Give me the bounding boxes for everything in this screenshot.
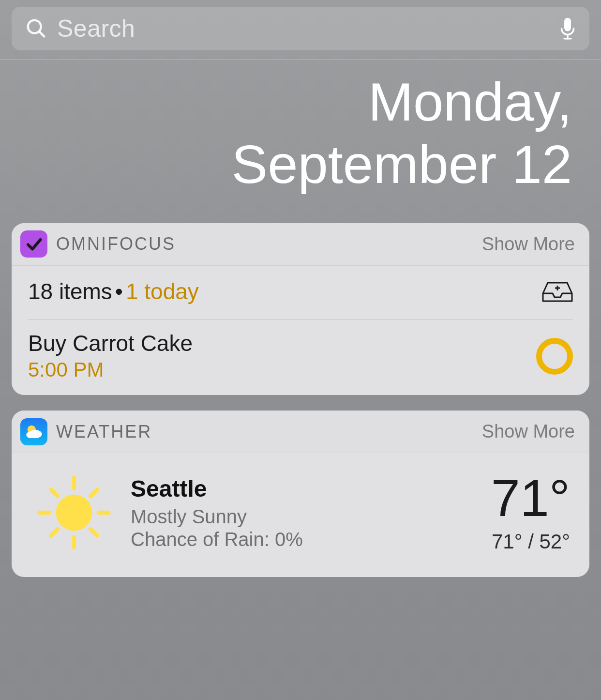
search-container: Search [0, 0, 601, 60]
omnifocus-widget: OMNIFOCUS Show More 18 items • 1 today [12, 223, 589, 396]
omnifocus-task-row[interactable]: Buy Carrot Cake 5:00 PM [28, 320, 573, 382]
weather-temperatures: 71° 71° / 52° [491, 472, 570, 553]
weather-condition: Mostly Sunny [131, 506, 491, 528]
omnifocus-items-count: 18 items [28, 278, 112, 304]
svg-line-1 [39, 31, 45, 37]
sun-icon [23, 472, 125, 554]
omnifocus-task-title: Buy Carrot Cake [28, 331, 536, 356]
omnifocus-today-count: 1 today [126, 278, 199, 304]
omnifocus-body: 18 items • 1 today Buy Carrot Cake 5:00 … [12, 266, 589, 396]
omnifocus-header[interactable]: OMNIFOCUS Show More [12, 223, 589, 266]
task-completion-ring[interactable] [536, 338, 573, 375]
weather-text: Seattle Mostly Sunny Chance of Rain: 0% [131, 475, 491, 550]
weather-header[interactable]: WEATHER Show More [12, 411, 589, 453]
date-line-1: Monday, [0, 71, 572, 134]
weather-temp-now: 71° [491, 472, 570, 524]
omnifocus-task-time: 5:00 PM [28, 358, 536, 381]
svg-line-16 [90, 529, 97, 536]
svg-point-10 [56, 495, 92, 531]
weather-show-more-button[interactable]: Show More [482, 421, 575, 442]
omnifocus-show-more-button[interactable]: Show More [482, 234, 575, 255]
weather-city: Seattle [131, 475, 491, 502]
date-heading: Monday, September 12 [0, 60, 601, 223]
svg-point-9 [26, 431, 35, 438]
weather-app-icon [20, 418, 47, 445]
weather-body[interactable]: Seattle Mostly Sunny Chance of Rain: 0% … [12, 453, 589, 577]
microphone-icon[interactable] [559, 16, 576, 41]
svg-rect-2 [564, 18, 571, 31]
search-bar[interactable]: Search [12, 7, 589, 50]
omnifocus-task-text: Buy Carrot Cake 5:00 PM [28, 331, 536, 382]
svg-line-17 [51, 529, 58, 536]
svg-line-18 [90, 490, 97, 497]
widgets-list: OMNIFOCUS Show More 18 items • 1 today [0, 223, 601, 578]
bullet-separator: • [115, 278, 123, 304]
omnifocus-summary-row[interactable]: 18 items • 1 today [28, 278, 573, 320]
omnifocus-app-icon [20, 230, 47, 258]
inbox-icon[interactable] [542, 280, 573, 303]
search-icon [25, 17, 47, 40]
weather-temp-hilo: 71° / 52° [491, 530, 570, 553]
omnifocus-title: OMNIFOCUS [56, 234, 176, 254]
weather-rain-chance: Chance of Rain: 0% [131, 529, 491, 550]
svg-line-15 [51, 490, 58, 497]
search-placeholder: Search [57, 15, 559, 43]
weather-title: WEATHER [56, 422, 152, 442]
date-line-2: September 12 [0, 134, 572, 196]
weather-widget: WEATHER Show More [12, 411, 589, 577]
